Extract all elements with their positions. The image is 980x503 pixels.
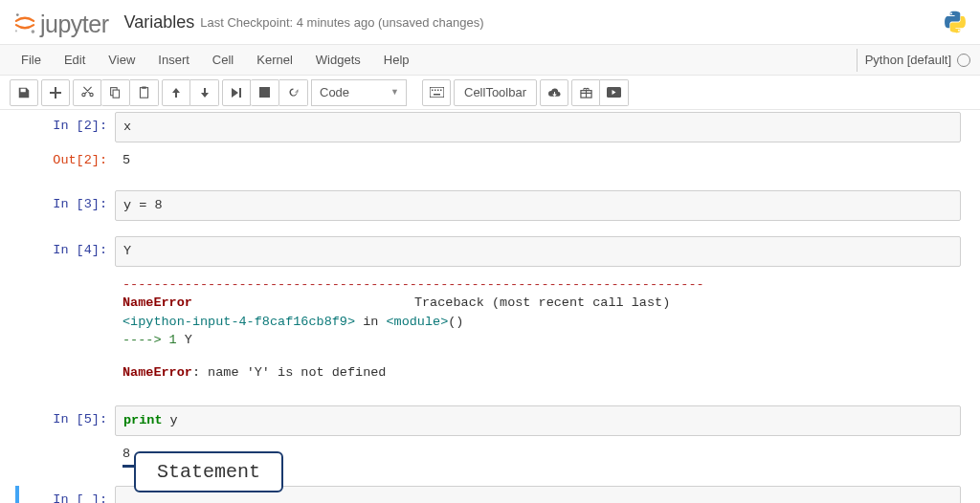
kernel-status-icon — [957, 54, 970, 67]
svg-rect-9 — [142, 86, 146, 88]
cloud-download-button[interactable] — [540, 79, 568, 106]
output-cell: Out[2]: 5 — [19, 146, 961, 176]
nbextensions-button[interactable] — [571, 79, 600, 106]
svg-rect-11 — [430, 87, 444, 98]
menu-view[interactable]: View — [97, 47, 146, 73]
svg-rect-13 — [432, 90, 434, 92]
menu-edit[interactable]: Edit — [53, 47, 97, 73]
step-forward-icon — [231, 87, 242, 98]
move-down-button[interactable] — [190, 79, 219, 106]
svg-point-2 — [32, 30, 35, 33]
input-prompt: In [ ]: — [19, 486, 115, 503]
copy-button[interactable] — [101, 79, 130, 106]
restart-button[interactable] — [279, 79, 308, 106]
toolbar: Code CellToolbar — [0, 76, 980, 110]
cut-icon — [81, 86, 94, 98]
input-prompt: In [5]: — [19, 405, 115, 436]
error-output: ----------------------------------------… — [19, 271, 961, 387]
save-icon — [17, 86, 31, 99]
checkpoint-text: Last Checkpoint: 4 minutes ago (unsaved … — [200, 15, 483, 30]
celltype-select[interactable]: Code — [311, 79, 407, 106]
celltoolbar-button[interactable]: CellToolbar — [454, 79, 537, 106]
presentation-icon — [607, 87, 621, 98]
run-button[interactable] — [222, 79, 251, 106]
code-cell[interactable]: In [2]: x — [19, 112, 961, 142]
code-cell[interactable]: In [4]: Y — [19, 236, 961, 267]
svg-point-4 — [950, 12, 952, 14]
refresh-icon — [287, 86, 300, 98]
notebook-title[interactable]: Variables — [124, 12, 195, 33]
menu-file[interactable]: File — [10, 47, 53, 73]
header: jupyter Variables Last Checkpoint: 4 min… — [0, 0, 980, 45]
svg-point-3 — [15, 30, 17, 32]
code-input[interactable]: y = 8 — [115, 190, 961, 221]
svg-point-1 — [16, 13, 19, 16]
code-input[interactable]: Y — [115, 236, 961, 267]
cut-button[interactable] — [73, 79, 101, 106]
arrow-up-icon — [170, 87, 182, 98]
notebook-container: In [2]: x Out[2]: 5 In [3]: y = 8 In [4]… — [0, 110, 980, 503]
svg-rect-16 — [440, 90, 442, 92]
svg-point-5 — [958, 30, 960, 32]
menu-kernel[interactable]: Kernel — [245, 47, 304, 73]
code-cell[interactable]: In [3]: y = 8 — [19, 190, 961, 221]
keyboard-icon — [430, 87, 444, 98]
stop-icon — [259, 87, 270, 98]
svg-rect-10 — [259, 87, 270, 98]
menu-widgets[interactable]: Widgets — [304, 47, 372, 73]
menu-help[interactable]: Help — [372, 47, 421, 73]
copy-icon — [109, 86, 122, 98]
gift-icon — [580, 86, 592, 98]
menu-insert[interactable]: Insert — [146, 47, 201, 73]
logo[interactable]: jupyter — [6, 4, 115, 40]
paste-icon — [138, 86, 150, 98]
command-palette-button[interactable] — [422, 79, 451, 106]
logo-text: jupyter — [40, 11, 109, 38]
code-input[interactable]: x — [115, 112, 961, 142]
svg-rect-15 — [437, 90, 439, 92]
add-cell-button[interactable] — [41, 79, 70, 106]
input-prompt: In [2]: — [19, 112, 115, 142]
annotation-label: Statement — [134, 451, 283, 492]
arrow-down-icon — [199, 87, 211, 98]
kernel-name: Python [default] — [865, 53, 951, 67]
interrupt-button[interactable] — [251, 79, 279, 106]
input-prompt: In [3]: — [19, 190, 115, 221]
empty-prompt — [19, 271, 115, 387]
jupyter-planet-icon — [11, 6, 38, 33]
svg-point-0 — [20, 18, 30, 28]
output-prompt: Out[2]: — [19, 146, 115, 176]
empty-prompt — [19, 440, 115, 472]
svg-rect-12 — [434, 94, 440, 96]
plus-icon — [50, 87, 61, 98]
move-up-button[interactable] — [162, 79, 190, 106]
output-text: 5 — [115, 146, 961, 175]
menubar: File Edit View Insert Cell Kernel Widget… — [0, 45, 980, 76]
svg-rect-7 — [113, 90, 120, 98]
presentation-button[interactable] — [600, 79, 629, 106]
paste-button[interactable] — [130, 79, 159, 106]
traceback: ----------------------------------------… — [115, 271, 961, 387]
menu-cell[interactable]: Cell — [201, 47, 245, 73]
cloud-download-icon — [547, 87, 562, 98]
save-button[interactable] — [10, 79, 38, 106]
svg-rect-14 — [434, 90, 436, 92]
svg-rect-8 — [140, 88, 147, 98]
kernel-indicator[interactable]: Python [default] — [857, 49, 970, 72]
python-logo-icon — [942, 9, 969, 35]
code-input[interactable]: print y — [115, 405, 961, 436]
input-prompt: In [4]: — [19, 236, 115, 267]
code-cell[interactable]: In [5]: print y — [19, 405, 961, 436]
